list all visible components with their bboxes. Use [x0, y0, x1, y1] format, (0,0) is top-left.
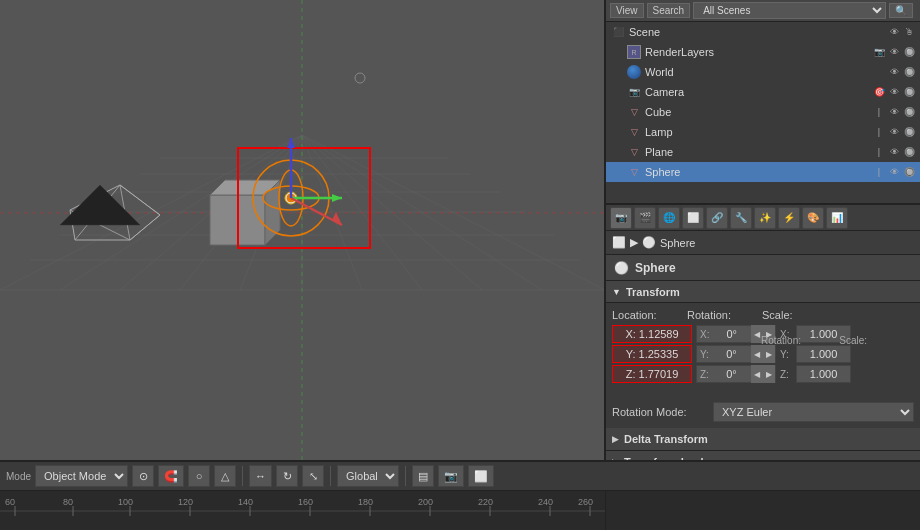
svg-text:220: 220 — [478, 497, 493, 507]
outliner-item-sphere[interactable]: ▽ Sphere | 👁 🔘 — [606, 162, 920, 182]
plane-eye[interactable]: 👁 — [887, 145, 901, 159]
svg-text:140: 140 — [238, 497, 253, 507]
modifier-btn[interactable]: 🔧 — [730, 207, 752, 229]
transform-location-row: Location: Rotation: Scale: X: 0° ◀ ▶ Y: — [612, 309, 914, 383]
scene-selector[interactable]: All Scenes — [693, 2, 886, 19]
lamp-eye[interactable]: 👁 — [887, 125, 901, 139]
cam-btn1[interactable]: 🎯 — [872, 85, 886, 99]
w-btn1[interactable]: 👁 — [887, 65, 901, 79]
cube-icon: ▽ — [626, 104, 642, 120]
object-props-btn[interactable]: ⬜ — [682, 207, 704, 229]
layer-btn[interactable]: ▤ — [412, 465, 434, 487]
render-props-btn[interactable]: 📷 — [610, 207, 632, 229]
timeline[interactable]: 60 80 100 120 140 160 180 200 220 240 26… — [0, 490, 920, 530]
outliner-item-lamp[interactable]: ▽ Lamp | 👁 🔘 — [606, 122, 920, 142]
path-arrow: ▶ — [630, 236, 638, 249]
rot-y-dec[interactable]: ◀ — [751, 345, 763, 363]
3d-viewport[interactable] — [0, 0, 605, 460]
renderlayers-label: RenderLayers — [645, 46, 872, 58]
toolbar-sep-3 — [405, 466, 406, 486]
shading-btn[interactable]: ⬜ — [468, 465, 494, 487]
cam-btn3[interactable]: 🔘 — [902, 85, 916, 99]
lamp-btn2[interactable]: 🔘 — [902, 125, 916, 139]
camera-label: Camera — [645, 86, 872, 98]
locks-title: Transform Locks — [624, 456, 713, 460]
transform-select[interactable]: Global — [337, 465, 399, 487]
locks-triangle: ▶ — [612, 457, 619, 460]
transform-locks-section: ▶ Transform Locks — [606, 451, 920, 460]
location-col-label — [677, 335, 752, 346]
rot-z-inc[interactable]: ▶ — [763, 365, 775, 383]
mesh-select-btn[interactable]: △ — [214, 465, 236, 487]
outliner-item-world[interactable]: World 👁 🔘 — [606, 62, 920, 82]
constraints-btn[interactable]: 🔗 — [706, 207, 728, 229]
outliner-item-cube[interactable]: ▽ Cube | 👁 🔘 — [606, 102, 920, 122]
mode-select[interactable]: Object Mode Edit Mode Sculpt Mode — [35, 465, 128, 487]
location-z-field[interactable] — [612, 365, 692, 383]
proportional-btn[interactable]: ○ — [188, 465, 210, 487]
rotation-mode-select[interactable]: XYZ Euler — [713, 402, 914, 422]
move-tool[interactable]: ↔ — [249, 465, 272, 487]
data-btn[interactable]: 📊 — [826, 207, 848, 229]
rl-btn1[interactable]: 📷 — [872, 45, 886, 59]
outliner-item-renderlayers[interactable]: R RenderLayers 📷 👁 🔘 — [606, 42, 920, 62]
rl-btn3[interactable]: 🔘 — [902, 45, 916, 59]
search-tab[interactable]: Search — [647, 3, 691, 18]
scene-label: Scene — [629, 26, 887, 38]
outliner-item-camera[interactable]: 📷 Camera 🎯 👁 🔘 — [606, 82, 920, 102]
outliner-item-scene[interactable]: ⬛ Scene 👁 🖱 — [606, 22, 920, 42]
outliner-item-plane[interactable]: ▽ Plane | 👁 🔘 — [606, 142, 920, 162]
rot-y-inc[interactable]: ▶ — [763, 345, 775, 363]
restrict-select[interactable]: 🖱 — [902, 25, 916, 39]
rot-z-dec[interactable]: ◀ — [751, 365, 763, 383]
scale-z[interactable] — [796, 365, 851, 383]
location-y-field[interactable] — [612, 345, 692, 363]
outliner-header: View Search All Scenes 🔍 — [606, 0, 920, 22]
w-btn2[interactable]: 🔘 — [902, 65, 916, 79]
lamp-label: Lamp — [645, 126, 872, 138]
rl-btn2[interactable]: 👁 — [887, 45, 901, 59]
lamp-icon: ▽ — [626, 124, 642, 140]
materials-btn[interactable]: 🎨 — [802, 207, 824, 229]
sphere-label: Sphere — [645, 166, 872, 178]
snap-btn[interactable]: 🧲 — [158, 465, 184, 487]
svg-text:120: 120 — [178, 497, 193, 507]
physics-btn[interactable]: ⚡ — [778, 207, 800, 229]
bottom-toolbar: Mode Object Mode Edit Mode Sculpt Mode ⊙… — [0, 460, 920, 490]
view-tab[interactable]: View — [610, 3, 644, 18]
svg-text:200: 200 — [418, 497, 433, 507]
scene-props-btn[interactable]: 🎬 — [634, 207, 656, 229]
delta-title: Delta Transform — [624, 433, 708, 445]
particles-btn[interactable]: ✨ — [754, 207, 776, 229]
cam-eye[interactable]: 👁 — [887, 85, 901, 99]
cube-eye[interactable]: 👁 — [887, 105, 901, 119]
svg-text:100: 100 — [118, 497, 133, 507]
plane-btn2[interactable]: 🔘 — [902, 145, 916, 159]
toolbar-sep-1 — [242, 466, 243, 486]
restrict-render[interactable]: 👁 — [887, 25, 901, 39]
cube-btn2[interactable]: 🔘 — [902, 105, 916, 119]
svg-text:240: 240 — [538, 497, 553, 507]
delta-transform-header[interactable]: ▶ Delta Transform — [606, 428, 920, 450]
render-btn[interactable]: 📷 — [438, 465, 464, 487]
delta-transform-section: ▶ Delta Transform — [606, 428, 920, 451]
path-label: Sphere — [660, 237, 695, 249]
cube-label: Cube — [645, 106, 872, 118]
camera-icon: 📷 — [626, 84, 642, 100]
search-button[interactable]: 🔍 — [889, 3, 913, 18]
pivot-btn[interactable]: ⊙ — [132, 465, 154, 487]
object-path: ⬜ ▶ ⚪ Sphere — [606, 231, 920, 255]
sphere-btn2[interactable]: 🔘 — [902, 165, 916, 179]
rotate-tool[interactable]: ↻ — [276, 465, 298, 487]
svg-text:60: 60 — [5, 497, 15, 507]
scene-icon: ⬛ — [610, 24, 626, 40]
sphere-eye[interactable]: 👁 — [887, 165, 901, 179]
path-icon2: ⚪ — [642, 236, 656, 249]
world-props-btn[interactable]: 🌐 — [658, 207, 680, 229]
lamp-sep: | — [872, 125, 886, 139]
transform-section-header[interactable]: ▼ Transform — [606, 281, 920, 303]
cube-sep: | — [872, 105, 886, 119]
transform-locks-header[interactable]: ▶ Transform Locks — [606, 451, 920, 460]
scale-y[interactable] — [796, 345, 851, 363]
scale-tool[interactable]: ⤡ — [302, 465, 324, 487]
